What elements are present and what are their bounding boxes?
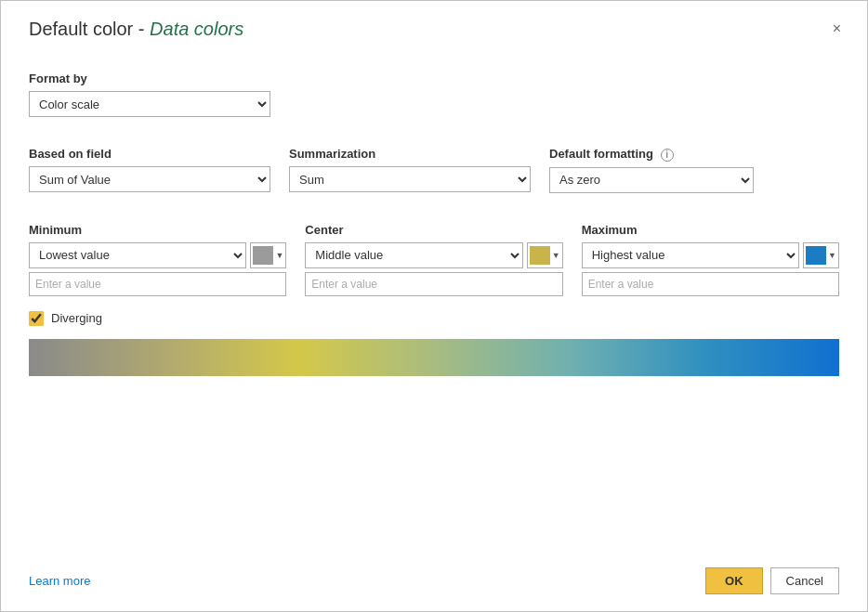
info-icon[interactable]: i — [661, 149, 674, 162]
diverging-checkbox[interactable] — [29, 311, 44, 326]
center-color-button[interactable]: ▼ — [527, 242, 563, 268]
cancel-button[interactable]: Cancel — [770, 567, 839, 594]
default-formatting-col: Default formatting i As zero As blank As… — [549, 134, 754, 193]
dialog-footer: Learn more OK Cancel — [1, 554, 867, 611]
diverging-row: Diverging — [29, 311, 839, 326]
dialog-header: Default color - Data colors × — [1, 1, 867, 49]
minimum-value-input[interactable] — [29, 272, 286, 296]
center-col: Center Middle value Number Percent Perce… — [305, 210, 562, 296]
format-by-select[interactable]: Color scale Rules Field value — [29, 91, 270, 117]
title-static: Default color — [29, 19, 133, 39]
default-formatting-select[interactable]: As zero As blank As error — [549, 167, 754, 193]
minimum-color-button[interactable]: ▼ — [250, 242, 286, 268]
dialog-title: Default color - Data colors — [29, 19, 243, 40]
summarization-label: Summarization — [289, 147, 531, 161]
default-formatting-label: Default formatting i — [549, 147, 754, 162]
min-center-max-section: Minimum Lowest value Number Percent Perc… — [29, 210, 839, 296]
center-color-swatch — [530, 246, 550, 265]
center-value-input[interactable] — [305, 272, 562, 296]
summarization-col: Summarization Sum Average Min Max Count — [289, 134, 531, 192]
maximum-color-swatch — [806, 246, 826, 265]
dialog: Default color - Data colors × Format by … — [0, 0, 868, 612]
maximum-value-input[interactable] — [582, 272, 839, 296]
field-row: Based on field Sum of Value Summarizatio… — [29, 134, 839, 193]
maximum-select[interactable]: Highest value Number Percent Percentile — [582, 242, 799, 268]
based-on-field-label: Based on field — [29, 147, 270, 161]
learn-more-link[interactable]: Learn more — [29, 574, 90, 588]
maximum-col: Maximum Highest value Number Percent Per… — [582, 210, 839, 296]
minimum-select[interactable]: Lowest value Number Percent Percentile — [29, 242, 246, 268]
diverging-label: Diverging — [51, 311, 102, 325]
center-swatch-arrow: ▼ — [552, 251, 560, 260]
maximum-swatch-arrow: ▼ — [828, 251, 836, 260]
title-italic: Data colors — [150, 19, 243, 39]
close-button[interactable]: × — [825, 18, 848, 40]
center-select[interactable]: Middle value Number Percent Percentile — [305, 242, 522, 268]
minimum-dropdown-row: Lowest value Number Percent Percentile ▼ — [29, 242, 286, 268]
maximum-color-button[interactable]: ▼ — [803, 242, 839, 268]
maximum-label: Maximum — [582, 223, 839, 237]
based-on-field-col: Based on field Sum of Value — [29, 134, 270, 192]
minimum-col: Minimum Lowest value Number Percent Perc… — [29, 210, 286, 296]
minimum-swatch-arrow: ▼ — [275, 251, 283, 260]
maximum-dropdown-row: Highest value Number Percent Percentile … — [582, 242, 839, 268]
summarization-select[interactable]: Sum Average Min Max Count — [289, 166, 531, 192]
ok-button[interactable]: OK — [705, 567, 763, 594]
dialog-body: Format by Color scale Rules Field value … — [1, 49, 867, 554]
format-by-label: Format by — [29, 72, 839, 85]
minimum-color-swatch — [253, 246, 273, 265]
center-dropdown-row: Middle value Number Percent Percentile ▼ — [305, 242, 562, 268]
minimum-label: Minimum — [29, 223, 286, 237]
gradient-bar — [29, 339, 839, 376]
based-on-field-select[interactable]: Sum of Value — [29, 166, 270, 192]
center-label: Center — [305, 223, 562, 237]
footer-buttons: OK Cancel — [705, 567, 839, 594]
